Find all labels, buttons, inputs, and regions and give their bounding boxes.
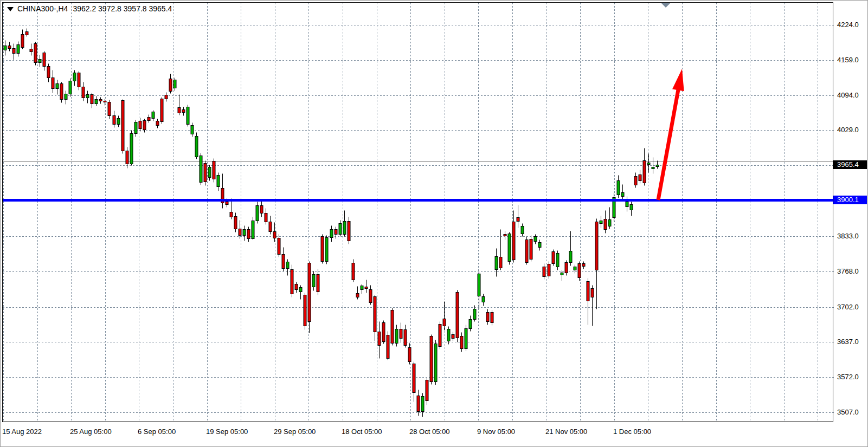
candle-bear	[47, 67, 50, 78]
candle-bear	[517, 218, 519, 222]
price-axis-label: 3572.0	[837, 373, 868, 381]
candle-bear	[91, 95, 93, 104]
candle-bear	[43, 53, 46, 67]
symbol-dropdown-icon[interactable]	[7, 7, 14, 11]
candle-bear	[139, 121, 142, 129]
candle-bear	[317, 275, 319, 292]
candle-bull	[421, 397, 424, 412]
candle-bear	[78, 73, 80, 87]
candle-bear	[387, 335, 389, 359]
candle-bear	[417, 396, 420, 412]
candle-bear	[295, 284, 298, 290]
candle-bull	[152, 112, 155, 119]
candle-bear	[21, 35, 24, 48]
candle-bear	[348, 222, 350, 241]
candle-bull	[652, 167, 654, 169]
time-axis-label: 21 Nov 05:00	[545, 427, 587, 436]
candle-bear	[308, 263, 311, 322]
candle-bear	[595, 222, 598, 270]
candle-bear	[169, 79, 172, 92]
candle-bull	[469, 320, 472, 329]
candle-bear	[269, 222, 272, 232]
candle-bear	[413, 364, 415, 393]
candle-bear	[587, 282, 589, 301]
candle-bull	[361, 286, 363, 290]
candle-bear	[52, 78, 54, 89]
candle-bear	[565, 263, 568, 273]
candle-bear	[512, 222, 515, 260]
candle-bull	[339, 224, 342, 235]
candle-bull	[312, 275, 315, 287]
candle-bear	[378, 332, 381, 346]
candle-bear	[460, 336, 463, 349]
candle-bull	[134, 122, 137, 134]
chart-title-ohlc: 3962.2 3972.8 3957.8 3965.4	[73, 4, 172, 13]
candle-bull	[95, 100, 98, 104]
trend-arrow-shaft[interactable]	[658, 83, 679, 200]
candle-bull	[343, 222, 346, 235]
candle-bear	[426, 380, 428, 401]
candle-bull	[69, 81, 72, 94]
time-axis-label: 28 Oct 05:00	[409, 427, 449, 436]
candle-bull	[626, 202, 628, 207]
candle-bear	[99, 100, 102, 101]
time-axis-label: 6 Sep 05:00	[138, 427, 176, 436]
candle-bull	[608, 220, 611, 226]
candle-bear	[382, 323, 385, 342]
price-axis-label: 3637.0	[837, 338, 868, 346]
candle-bull	[86, 95, 89, 98]
candle-bear	[104, 101, 106, 102]
candle-bull	[4, 46, 7, 50]
candle-bear	[499, 257, 502, 268]
candle-bear	[160, 99, 163, 122]
candle-bear	[443, 319, 446, 326]
candle-bull	[508, 234, 511, 262]
candle-bear	[82, 87, 85, 98]
candle-bear	[165, 95, 168, 99]
price-axis-label: 3702.0	[837, 303, 868, 312]
candle-bull	[65, 94, 67, 100]
candle-bull	[256, 206, 259, 221]
candle-bull	[617, 181, 620, 195]
candle-bear	[456, 293, 459, 338]
price-chart-plot[interactable]	[0, 0, 868, 447]
candle-bull	[200, 156, 202, 183]
candle-bear	[291, 270, 293, 294]
chart-shift-marker[interactable]	[661, 3, 670, 8]
candle-bear	[25, 32, 28, 35]
candle-bull	[478, 274, 480, 296]
chart-window: { "window": {"width": 1601, "height": 82…	[0, 0, 868, 447]
candle-bull	[482, 297, 485, 302]
candle-bear	[108, 102, 111, 116]
price-axis-label: 3833.0	[837, 232, 868, 241]
candle-bull	[395, 329, 398, 344]
candle-bull	[187, 107, 189, 125]
candle-bear	[439, 325, 441, 347]
price-axis-label: 4159.0	[837, 56, 868, 64]
candle-bear	[391, 310, 394, 344]
candle-bear	[265, 213, 267, 222]
trend-arrow-head[interactable]	[672, 69, 684, 91]
candle-bear	[634, 177, 637, 185]
candle-bear	[182, 110, 185, 113]
candle-bull	[656, 165, 659, 167]
candle-bull	[243, 230, 246, 236]
candle-bull	[325, 238, 328, 262]
candle-bear	[156, 121, 159, 126]
plot-border	[3, 3, 833, 422]
candle-bear	[282, 255, 285, 269]
candle-bear	[278, 238, 280, 255]
candle-bear	[374, 297, 376, 332]
candle-bull	[17, 45, 20, 54]
candle-bull	[447, 329, 450, 341]
candle-bear	[491, 313, 493, 323]
candle-bear	[34, 44, 37, 63]
time-axis-label: 9 Nov 05:00	[477, 427, 515, 436]
candle-bear	[525, 240, 528, 263]
candle-bull	[630, 205, 633, 210]
candle-bear	[260, 206, 263, 213]
candle-bear	[147, 118, 150, 121]
candle-bear	[143, 121, 146, 130]
hline-price-tag: 3900.1	[833, 196, 867, 204]
candle-bear	[369, 290, 372, 303]
